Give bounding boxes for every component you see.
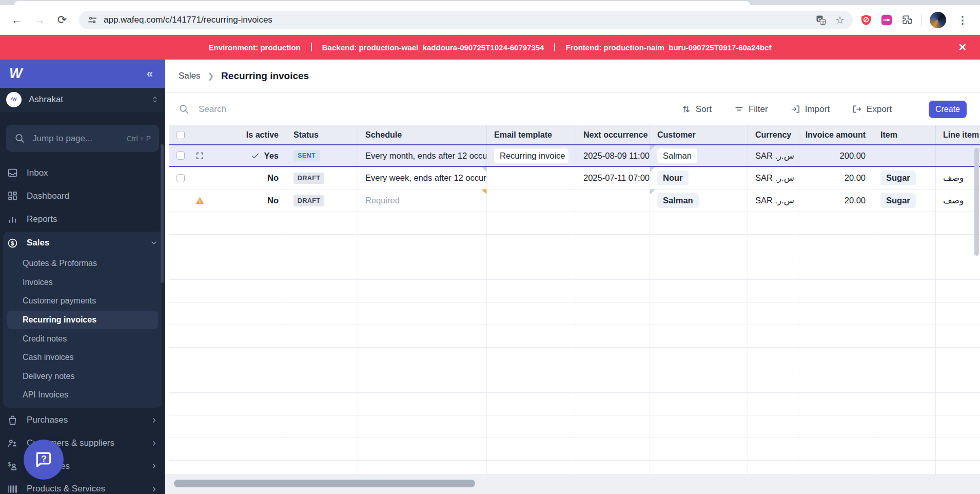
cell-next_occurrence[interactable]: 2025-08-09 11:00 <box>576 145 650 166</box>
import-button[interactable]: Import <box>791 104 830 115</box>
cell-schedule[interactable]: Required <box>358 189 487 212</box>
cell-select[interactable] <box>169 167 188 189</box>
sidebar-item-dashboard[interactable]: Dashboard <box>0 184 165 207</box>
sidebar-item-api-invoices[interactable]: API Invoices <box>3 386 162 405</box>
jump-to-page-input[interactable]: Jump to page... Ctrl + P <box>6 125 159 152</box>
svg-text:$: $ <box>8 461 11 467</box>
horizontal-scrollbar-thumb[interactable] <box>174 480 475 487</box>
sidebar-item-credit-notes[interactable]: Credit notes <box>3 329 162 348</box>
url-text[interactable]: app.wafeq.com/c/141771/recurring-invoice… <box>104 15 272 25</box>
row-checkbox[interactable] <box>177 174 185 182</box>
cell-customer[interactable]: Salman <box>650 189 748 212</box>
cell-line_item[interactable]: وصف <box>936 189 980 212</box>
column-header-status[interactable]: Status <box>286 125 358 144</box>
sidebar-item-cash-invoices[interactable]: Cash invoices <box>3 348 162 367</box>
bookmark-star-icon[interactable]: ☆ <box>835 14 845 26</box>
filter-button[interactable]: Filter <box>734 104 768 115</box>
cell-schedule[interactable]: Every week, ends after 12 occurrences <box>358 167 487 189</box>
cell-is_active[interactable]: No <box>188 167 286 189</box>
create-button[interactable]: Create <box>929 101 967 118</box>
back-button[interactable]: ← <box>7 10 27 30</box>
cell-status[interactable]: DRAFT <box>286 189 358 212</box>
browser-profile-avatar[interactable] <box>930 12 946 28</box>
vertical-scrollbar-thumb[interactable] <box>974 148 979 256</box>
cell-line_item[interactable] <box>936 145 980 166</box>
cell-select[interactable] <box>169 189 188 212</box>
table-row[interactable]: NoDRAFTEvery week, ends after 12 occurre… <box>169 167 980 189</box>
cell-currency[interactable]: SAR .ر.س <box>748 189 798 212</box>
cell-line_item[interactable]: وصف <box>936 167 980 189</box>
column-header-invoice_amount[interactable]: Invoice amount <box>798 125 873 144</box>
search-input[interactable]: Search <box>179 104 226 115</box>
sidebar-item-reports[interactable]: Reports <box>0 207 165 231</box>
cell-item[interactable]: Sugar <box>873 189 936 212</box>
cell-customer[interactable]: Nour <box>650 167 748 189</box>
sidebar-item-recurring-invoices[interactable]: Recurring invoices <box>7 311 158 330</box>
cell-email_template[interactable] <box>487 189 576 212</box>
site-settings-icon[interactable] <box>87 15 97 25</box>
column-header-is_active[interactable]: Is active <box>188 125 286 144</box>
column-header-currency[interactable]: Currency <box>748 125 798 144</box>
adblock-extension-icon[interactable] <box>860 14 872 26</box>
breadcrumb-section[interactable]: Sales <box>179 71 201 81</box>
cell-currency[interactable]: SAR .ر.س <box>748 167 798 189</box>
help-button[interactable]: ? <box>24 440 64 480</box>
column-header-email_template[interactable]: Email template <box>487 125 576 144</box>
cell-item[interactable]: Sugar <box>873 167 936 189</box>
cell-invoice_amount[interactable]: 200.00 <box>798 145 873 166</box>
cell-empty <box>798 370 873 392</box>
cell-invoice_amount[interactable]: 20.00 <box>798 167 873 189</box>
row-checkbox[interactable] <box>177 151 185 160</box>
cell-next_occurrence[interactable]: 2025-07-11 07:00 <box>576 167 650 189</box>
column-header-select[interactable] <box>169 125 188 144</box>
sidebar-scrollbar[interactable] <box>161 144 164 283</box>
sidebar-item-products-services[interactable]: Products & Services <box>0 478 165 494</box>
cell-empty <box>358 302 487 325</box>
select-all-checkbox[interactable] <box>177 131 185 139</box>
cell-email_template[interactable] <box>487 167 576 189</box>
column-header-next_occurrence[interactable]: Next occurrence <box>576 125 650 144</box>
reload-button[interactable]: ⟳ <box>52 10 72 30</box>
sidebar-item-delivery-notes[interactable]: Delivery notes <box>3 367 162 386</box>
table-row[interactable]: YesSENTEvery month, ends after 12 occurr… <box>169 144 980 167</box>
is-active-value: No <box>267 196 279 205</box>
cell-customer[interactable]: Salman <box>650 145 748 166</box>
search-icon <box>14 133 25 144</box>
sidebar-item-sales[interactable]: $ Sales <box>3 232 162 254</box>
pink-extension-icon[interactable] <box>880 14 893 26</box>
cell-invoice_amount[interactable]: 20.00 <box>798 189 873 212</box>
address-bar[interactable]: app.wafeq.com/c/141771/recurring-invoice… <box>79 11 853 29</box>
cell-status[interactable]: SENT <box>286 145 358 166</box>
sidebar-item-purchases[interactable]: Purchases <box>0 409 165 432</box>
cell-is_active[interactable]: Yes <box>188 145 286 166</box>
sidebar-item-customer-payments[interactable]: Customer payments <box>3 292 162 311</box>
cell-select[interactable] <box>169 145 188 166</box>
translate-icon[interactable]: G 文 <box>816 15 826 25</box>
sidebar-item-quotes-proformas[interactable]: Quotes & Proformas <box>3 254 162 273</box>
cell-status[interactable]: DRAFT <box>286 167 358 189</box>
forward-button[interactable]: → <box>30 10 49 30</box>
sidebar-item-label: Products & Services <box>27 484 105 494</box>
cell-is_active[interactable]: No <box>188 189 286 212</box>
company-selector[interactable]: ٰ۽W Ashrakat <box>0 88 165 111</box>
export-button[interactable]: Export <box>852 104 892 115</box>
banner-close-icon[interactable]: ✕ <box>955 40 970 54</box>
cell-currency[interactable]: SAR .ر.س <box>748 145 798 166</box>
status-badge: DRAFT <box>293 173 324 184</box>
sidebar-collapse-icon[interactable]: « <box>147 67 156 81</box>
browser-active-tab[interactable] <box>14 1 750 5</box>
column-header-schedule[interactable]: Schedule <box>358 125 487 144</box>
cell-email_template[interactable]: Recurring invoice <box>487 145 576 166</box>
cell-schedule[interactable]: Every month, ends after 12 occurrences <box>358 145 487 166</box>
extensions-puzzle-icon[interactable] <box>901 14 913 26</box>
table-row[interactable]: NoDRAFTRequiredSalmanSAR .ر.س20.00Sugarو… <box>169 189 980 212</box>
sort-button[interactable]: Sort <box>681 104 712 115</box>
sidebar-item-invoices[interactable]: Invoices <box>3 273 162 292</box>
column-header-item[interactable]: Item <box>873 125 936 144</box>
column-header-customer[interactable]: Customer <box>650 125 748 144</box>
cell-item[interactable] <box>873 145 936 166</box>
column-header-line_item[interactable]: Line item d <box>936 125 980 144</box>
browser-menu-icon[interactable]: ⋮ <box>954 14 971 26</box>
sidebar-item-inbox[interactable]: Inbox <box>0 161 165 184</box>
cell-next_occurrence[interactable] <box>576 189 650 212</box>
